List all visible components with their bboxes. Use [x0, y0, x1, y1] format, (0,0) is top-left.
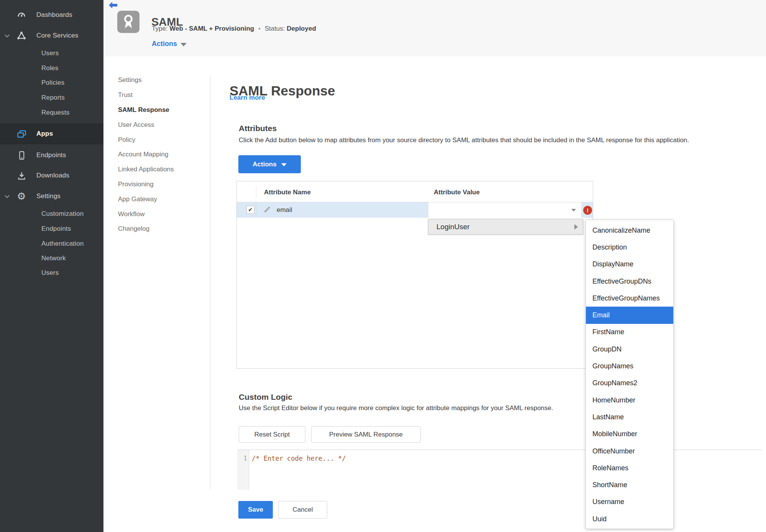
- editor-code[interactable]: /* Enter code here... */: [252, 455, 346, 462]
- row-checkbox[interactable]: ✔: [246, 206, 254, 214]
- line-number: 1: [238, 455, 247, 462]
- sidebar-item-endpoints[interactable]: Endpoints: [0, 147, 103, 163]
- submenu-item-uuid[interactable]: Uuid: [586, 511, 673, 527]
- sidebar-item-roles[interactable]: Roles: [0, 61, 103, 75]
- submenu-item-description[interactable]: Description: [586, 239, 673, 256]
- subnav-label: Changelog: [118, 225, 149, 233]
- sidebar-item-label: Core Services: [36, 32, 78, 39]
- submenu-item-mobilenumber[interactable]: MobileNumber: [586, 426, 673, 443]
- sidebar-item-label: Dashboards: [36, 11, 72, 19]
- subnav-item-account-mapping[interactable]: Account Mapping: [118, 147, 206, 162]
- cancel-button[interactable]: Cancel: [278, 501, 327, 519]
- app-meta: Type: Web - SAML + Provisioning • Status…: [152, 25, 316, 33]
- subnav-label: User Access: [118, 121, 154, 129]
- attribute-value-menu-loginuser[interactable]: LoginUser: [428, 219, 583, 235]
- status-label: Status:: [265, 25, 285, 32]
- sidebar-subitem-label: Users: [41, 269, 59, 277]
- save-label: Save: [248, 506, 263, 514]
- attribute-value-submenu: CanonicalizeName Description DisplayName…: [586, 220, 674, 529]
- submenu-item-shortname[interactable]: ShortName: [586, 476, 673, 493]
- attributes-actions-button[interactable]: Actions: [238, 155, 301, 173]
- cancel-label: Cancel: [293, 506, 313, 514]
- sidebar-item-downloads[interactable]: Downloads: [0, 167, 103, 184]
- sidebar-item-dashboards[interactable]: Dashboards: [0, 7, 103, 23]
- sidebar-subitem-label: Requests: [41, 109, 69, 117]
- sidebar-item-label: Downloads: [36, 172, 69, 179]
- sidebar-item-settings[interactable]: ⚙ Settings: [0, 188, 103, 204]
- submenu-item-groupnames2[interactable]: GroupNames2: [586, 375, 673, 392]
- back-arrow-icon[interactable]: [108, 2, 118, 9]
- sidebar-subitem-label: Authentication: [41, 240, 84, 248]
- pencil-icon[interactable]: [263, 206, 271, 214]
- subnav-item-workflow[interactable]: Workflow: [118, 207, 206, 222]
- sidebar-subitem-label: Network: [41, 255, 66, 262]
- device-icon: [16, 150, 27, 161]
- sidebar-item-core-services[interactable]: Core Services: [0, 28, 103, 44]
- sidebar-item-settings-endpoints[interactable]: Endpoints: [0, 222, 103, 236]
- sidebar-item-authentication[interactable]: Authentication: [0, 237, 103, 251]
- learn-more-link[interactable]: Learn more: [230, 94, 265, 102]
- subnav-item-saml-response[interactable]: SAML Response: [118, 103, 206, 118]
- column-header-attribute-name: Attribute Name: [264, 189, 311, 196]
- preview-label: Preview SAML Response: [329, 431, 403, 438]
- submenu-item-effectivegroupnames[interactable]: EffectiveGroupNames: [586, 290, 673, 307]
- submenu-item-email[interactable]: Email: [586, 307, 673, 323]
- chevron-down-icon: [281, 163, 287, 166]
- save-button[interactable]: Save: [238, 501, 273, 519]
- script-editor[interactable]: 1 /* Enter code here... */: [238, 450, 762, 489]
- subnav-label: Provisioning: [118, 181, 154, 188]
- submenu-item-groupdn[interactable]: GroupDN: [586, 341, 673, 358]
- custom-logic-description: Use the Script Editor below if you requi…: [239, 404, 553, 412]
- sidebar-item-policies[interactable]: Policies: [0, 76, 103, 90]
- error-icon: !: [583, 206, 592, 215]
- subnav-item-changelog[interactable]: Changelog: [118, 222, 206, 236]
- submenu-item-homenumber[interactable]: HomeNumber: [586, 392, 673, 409]
- subnav-item-linked-applications[interactable]: Linked Applications: [118, 162, 206, 177]
- sidebar-item-label: Apps: [36, 130, 53, 138]
- subnav-item-settings[interactable]: Settings: [118, 73, 206, 88]
- reset-script-button[interactable]: Reset Script: [239, 426, 305, 443]
- chevron-down-icon: [5, 193, 10, 198]
- sidebar-subitem-label: Reports: [41, 94, 65, 102]
- attributes-description: Click the Add button below to map attrib…: [239, 136, 689, 144]
- app-window: Dashboards Core Services Users Roles Pol…: [0, 0, 766, 532]
- sidebar-item-requests[interactable]: Requests: [0, 106, 103, 120]
- sidebar-item-customization[interactable]: Customization: [0, 207, 103, 221]
- submenu-item-displayname[interactable]: DisplayName: [586, 256, 673, 273]
- submenu-item-firstname[interactable]: FirstName: [586, 324, 673, 341]
- submenu-item-canonicalizename[interactable]: CanonicalizeName: [586, 222, 673, 239]
- submenu-item-rolenames[interactable]: RoleNames: [586, 460, 673, 476]
- table-row-email[interactable]: ✔ email !: [237, 202, 593, 218]
- sidebar-subitem-label: Policies: [41, 79, 64, 87]
- download-icon: [16, 170, 27, 181]
- subnav-label: App Gateway: [118, 195, 157, 203]
- sidebar-item-label: Settings: [36, 192, 61, 200]
- preview-saml-response-button[interactable]: Preview SAML Response: [311, 426, 421, 443]
- sidebar-item-users[interactable]: Users: [0, 46, 103, 60]
- submenu-item-officenumber[interactable]: OfficeNumber: [586, 443, 673, 460]
- subnav-item-policy[interactable]: Policy: [118, 132, 206, 147]
- sidebar-item-settings-users[interactable]: Users: [0, 266, 103, 280]
- subnav-label: Linked Applications: [118, 166, 174, 173]
- sidebar-item-network[interactable]: Network: [0, 251, 103, 265]
- subnav-item-provisioning[interactable]: Provisioning: [118, 177, 206, 192]
- custom-logic-heading: Custom Logic: [239, 392, 292, 402]
- submenu-item-groupnames[interactable]: GroupNames: [586, 358, 673, 374]
- submenu-item-effectivegroupdns[interactable]: EffectiveGroupDNs: [586, 273, 673, 290]
- attribute-value-select[interactable]: [428, 202, 581, 218]
- row-column-divider: [256, 202, 256, 218]
- type-label: Type:: [152, 25, 168, 32]
- subnav-label: Policy: [118, 136, 135, 144]
- type-value: Web - SAML + Provisioning: [169, 25, 254, 32]
- header-actions-dropdown[interactable]: Actions: [152, 40, 187, 48]
- subnav-item-user-access[interactable]: User Access: [118, 117, 206, 132]
- editor-gutter: 1: [238, 450, 249, 490]
- submenu-item-username[interactable]: Username: [586, 494, 673, 511]
- submenu-item-lastname[interactable]: LastName: [586, 409, 673, 425]
- subnav-item-trust[interactable]: Trust: [118, 88, 206, 103]
- sidebar-item-reports[interactable]: Reports: [0, 91, 103, 105]
- subnav-item-app-gateway[interactable]: App Gateway: [118, 192, 206, 207]
- sidebar-item-label: Endpoints: [36, 151, 66, 159]
- gear-icon: ⚙: [16, 191, 27, 202]
- sidebar-item-apps[interactable]: Apps: [0, 123, 103, 144]
